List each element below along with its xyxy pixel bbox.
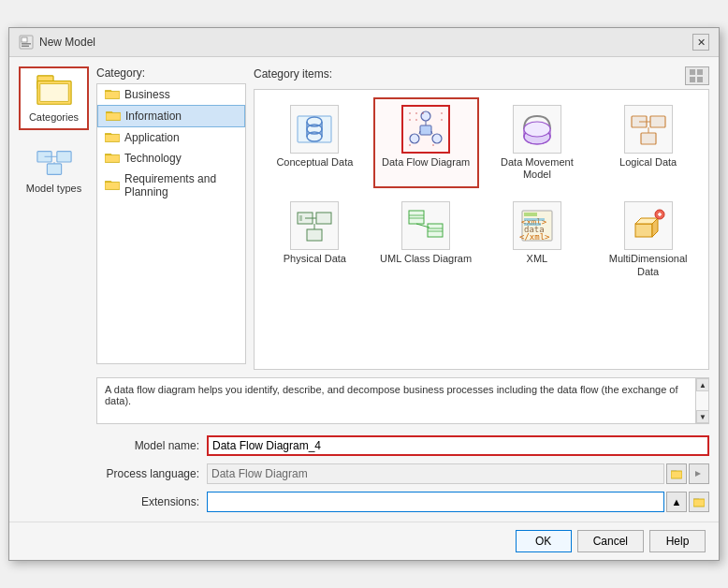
- cancel-button[interactable]: Cancel: [577, 530, 644, 552]
- item-conceptual-data[interactable]: Conceptual Data: [262, 97, 368, 188]
- svg-point-39: [409, 112, 411, 114]
- dialog-footer: OK Cancel Help: [9, 522, 719, 560]
- item-logical-data[interactable]: Logical Data: [595, 97, 701, 188]
- svg-rect-17: [105, 134, 120, 141]
- svg-point-42: [409, 119, 411, 121]
- uml-class-diagram-icon: [401, 201, 450, 250]
- folder-icon-application: [105, 131, 120, 144]
- model-types-icon: [36, 145, 73, 179]
- svg-point-43: [415, 119, 417, 121]
- process-language-clear-button[interactable]: [689, 463, 709, 484]
- svg-rect-35: [420, 125, 431, 135]
- svg-rect-85: [671, 471, 682, 478]
- category-application-label: Application: [124, 131, 180, 144]
- svg-rect-3: [22, 46, 29, 48]
- model-name-input[interactable]: [207, 435, 709, 456]
- folder-icon-requirements: [105, 179, 120, 192]
- svg-rect-53: [641, 133, 656, 144]
- process-language-input: [207, 463, 664, 484]
- svg-rect-1: [22, 37, 27, 42]
- svg-rect-67: [428, 224, 443, 237]
- svg-rect-15: [106, 112, 121, 120]
- data-flow-diagram-label: Data Flow Diagram: [382, 156, 470, 169]
- scroll-up[interactable]: ▲: [696, 378, 709, 391]
- folder-small-icon: [671, 468, 682, 479]
- category-business-label: Business: [124, 88, 170, 101]
- process-language-group: [207, 463, 709, 484]
- svg-rect-21: [105, 182, 120, 189]
- ok-button[interactable]: OK: [516, 530, 572, 552]
- category-requirements[interactable]: Requirements and Planning: [97, 169, 245, 202]
- extensions-browse-button[interactable]: [689, 492, 709, 512]
- category-requirements-label: Requirements and Planning: [124, 172, 238, 198]
- extensions-up-button[interactable]: ▲: [666, 492, 687, 512]
- close-button[interactable]: ✕: [692, 34, 709, 51]
- description-scrollbar: ▲ ▼: [695, 378, 708, 423]
- category-list[interactable]: Business Information: [96, 83, 246, 364]
- sidebar-item-categories[interactable]: Categories: [19, 66, 89, 130]
- scroll-down[interactable]: ▼: [696, 410, 709, 423]
- svg-rect-88: [693, 499, 705, 507]
- category-technology[interactable]: Technology: [97, 148, 245, 169]
- multidimensional-data-label: MultiDimensional Data: [601, 253, 695, 277]
- extensions-row: Extensions: ▲: [96, 492, 709, 512]
- category-application[interactable]: Application: [97, 127, 245, 148]
- titlebar: New Model ✕: [9, 28, 719, 57]
- svg-rect-23: [697, 69, 703, 75]
- process-language-browse-button[interactable]: [666, 463, 687, 484]
- category-panel: Category: Business: [96, 66, 246, 370]
- help-button[interactable]: Help: [649, 530, 706, 552]
- category-technology-label: Technology: [124, 152, 182, 165]
- item-data-flow-diagram[interactable]: Data Flow Diagram: [373, 97, 479, 188]
- items-panel: Category items:: [254, 66, 709, 370]
- model-name-label: Model name:: [96, 439, 199, 452]
- model-name-row: Model name:: [96, 435, 709, 456]
- svg-point-41: [422, 112, 424, 114]
- svg-point-33: [410, 134, 419, 143]
- svg-rect-19: [105, 154, 120, 162]
- conceptual-data-label: Conceptual Data: [276, 156, 353, 169]
- item-multidimensional-data[interactable]: MultiDimensional Data: [595, 194, 701, 285]
- sidebar-item-model-types[interactable]: Model types: [19, 138, 89, 201]
- svg-text:</xml>: </xml>: [519, 232, 550, 242]
- category-information-label: Information: [125, 110, 182, 123]
- item-data-movement-model[interactable]: Data Movement Model: [485, 97, 590, 188]
- description-text: A data flow diagram helps you identify, …: [105, 384, 678, 406]
- folder-icon-business: [105, 88, 120, 101]
- svg-rect-57: [316, 213, 331, 224]
- sidebar: Categories Model types: [19, 66, 89, 512]
- data-flow-diagram-icon: [401, 105, 450, 154]
- items-panel-label: Category items:: [254, 67, 332, 81]
- svg-rect-8: [56, 152, 70, 162]
- extensions-input[interactable]: [207, 492, 664, 512]
- svg-point-40: [415, 112, 417, 114]
- category-information[interactable]: Information: [97, 105, 245, 127]
- svg-rect-52: [650, 116, 665, 127]
- folder-icon-technology: [105, 152, 120, 165]
- folder-ext-icon: [693, 496, 705, 507]
- category-business[interactable]: Business: [97, 84, 245, 105]
- svg-point-47: [441, 119, 443, 121]
- svg-rect-2: [22, 43, 31, 45]
- categories-icon: [36, 74, 73, 108]
- xml-icon: <xml> data </xml>: [513, 201, 561, 250]
- svg-rect-76: [524, 218, 545, 221]
- items-grid[interactable]: Conceptual Data: [254, 89, 709, 370]
- view-toggle-button[interactable]: [685, 66, 709, 85]
- dialog-icon: [19, 35, 34, 50]
- svg-rect-9: [47, 164, 61, 174]
- physical-data-icon: [290, 201, 339, 250]
- titlebar-left: New Model: [19, 35, 95, 50]
- svg-rect-26: [298, 116, 331, 142]
- folder-icon-information: [106, 110, 121, 123]
- svg-point-46: [441, 112, 443, 114]
- item-xml[interactable]: <xml> data </xml> XML: [485, 194, 590, 285]
- content-top: Category: Business: [96, 66, 709, 370]
- grid-view-icon: [690, 69, 705, 82]
- dialog-title: New Model: [39, 36, 95, 49]
- physical-data-label: Physical Data: [284, 253, 346, 265]
- item-uml-class-diagram[interactable]: UML Class Diagram: [373, 194, 479, 285]
- svg-rect-13: [105, 91, 120, 98]
- items-panel-header: Category items:: [254, 66, 709, 85]
- item-physical-data[interactable]: Physical Data: [262, 194, 368, 285]
